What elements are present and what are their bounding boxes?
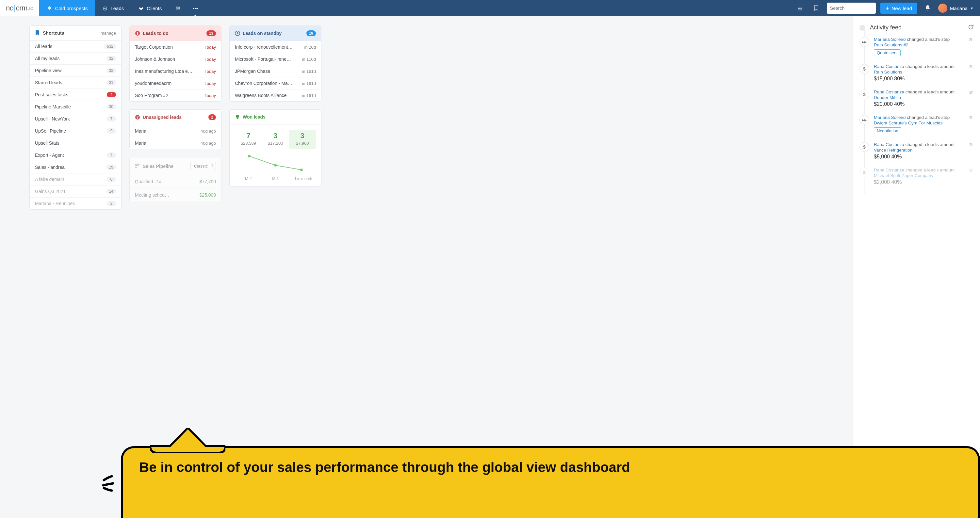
shortcut-item[interactable]: Post-sales tasks4 [30,89,121,101]
list-item[interactable]: Maria40d ago [130,125,221,137]
logo-part: no [6,4,13,13]
pipeline-select[interactable]: Classic ⇅ [191,162,216,170]
list-item[interactable]: Maria40d ago [130,137,221,149]
new-lead-button[interactable]: + New lead [880,3,917,14]
bookmark-button[interactable] [810,2,822,14]
feed-body: Rana Costanza changed a lead's amountMic… [874,168,965,185]
tab-cold-prospects[interactable]: ❄ Cold prospects [39,0,95,16]
list-item[interactable]: Walgreens Boots Alliancein 161d [230,89,321,101]
tab-mail[interactable]: ✉ [169,0,186,16]
shortcut-item[interactable]: Export - Agent7 [30,149,121,161]
shortcut-item[interactable]: Starred leads31 [30,77,121,89]
shortcut-item[interactable]: Upsell - NewYork7 [30,113,121,125]
shortcut-item[interactable]: Upsell Stats [30,137,121,149]
won-labels: M-2M-1This month [235,176,316,181]
feed-lead-link[interactable]: Rain Solutions [874,70,965,75]
user-menu[interactable]: Mariana ▼ [938,3,974,13]
user-name: Mariana [950,6,967,11]
forward-icon: ▸▸ [859,37,869,47]
bars-icon [135,164,140,169]
count-pill: 32 [107,56,116,61]
feed-item[interactable]: $Rana Costanza changed a lead's amountRa… [859,64,974,82]
leads-todo-card: Leads to do 13 Target CorporationTodayJo… [129,25,221,102]
notifications-button[interactable] [922,2,934,14]
dollar-icon: $ [859,89,869,99]
item-label: Walgreens Boots Alliance [235,93,286,98]
item-meta: 40d ago [200,129,216,133]
tab-clients[interactable]: Clients [131,0,169,16]
shortcut-item[interactable]: A faire demain0 [30,173,121,186]
feed-lead-link[interactable]: Vance Refrigeration [874,148,965,153]
dollar-icon: $ [859,142,869,152]
shortcut-label: Sales - andrea [35,165,65,170]
list-item[interactable]: Johnson & JohnsonToday [130,53,221,65]
feed-lead-link[interactable]: Dunder Mifflin [874,95,965,100]
shortcut-item[interactable]: Gains Q3 202114 [30,186,121,198]
feed-lead-link[interactable]: Michael Scott Paper Company [874,173,965,178]
list-item[interactable]: Chevron Corporation - Mad…in 161d [230,78,321,89]
goals-button[interactable]: ◎ [794,2,806,14]
avatar [938,3,947,13]
list-item[interactable]: Target CorporationToday [130,41,221,53]
shortcut-item[interactable]: Sales - andrea19 [30,161,121,173]
feed-time: 3h [969,65,974,69]
feed-time: 3h [969,168,974,173]
feed-item[interactable]: $Rana Costanza changed a lead's amountMi… [859,168,974,185]
select-value: Classic [194,164,208,168]
manage-link[interactable]: manage [100,31,116,36]
forward-icon: ▸▸ [859,115,869,125]
count-pill: 32 [107,68,116,73]
feed-item[interactable]: ▸▸Mariana Solleiro changed a lead's step… [859,37,974,56]
logo[interactable]: no|crm.io [0,0,39,16]
won-columns: 7$28,5893$17,2003$7,960 [235,130,316,149]
feed-time: 3h [969,116,974,120]
shortcut-item[interactable]: Mariana - Reunioes2 [30,198,121,209]
search-box[interactable] [827,3,876,14]
shortcut-label: Pipeline view [35,68,62,73]
feed-lead-link[interactable]: Rain Solutions #2 [874,43,965,48]
search-input[interactable] [830,6,887,11]
card-header: ? Unassigned leads 2 [130,110,221,125]
shortcut-label: Gains Q3 2021 [35,189,66,194]
list-item[interactable]: Info corp - renouvellement …in 20d [230,41,321,53]
feed-item[interactable]: $Rana Costanza changed a lead's amountVa… [859,142,974,160]
card-title-text: Shortcuts [43,30,64,36]
trophy-icon [235,114,240,119]
shortcut-label: All my leads [35,56,59,61]
tab-more[interactable]: ••• [186,0,204,16]
shortcut-item[interactable]: Pipeline Marseille30 [30,101,121,113]
plus-icon: + [886,5,889,12]
tab-leads[interactable]: ◎ Leads [95,0,131,16]
list-item[interactable]: Microsoft - Portugal- rene…in 110d [230,53,321,65]
feed-item[interactable]: $Rana Costanza changed a lead's amountDu… [859,89,974,107]
count-pill: 7 [107,116,116,121]
list-item[interactable]: Ines manufacturing Ltda ex…Today [130,65,221,78]
item-meta: 40d ago [200,141,216,146]
logo-separator: | [14,4,15,13]
count-pill: 9 [107,128,116,133]
logo-part: .io [28,5,33,12]
won-column: 3$17,200 [262,130,289,149]
shortcut-item[interactable]: Pipeline view32 [30,65,121,77]
item-label: Ines manufacturing Ltda ex… [135,68,194,74]
list-item[interactable]: JPMorgan Chasein 161d [230,65,321,78]
count-pill: 4 [107,92,116,97]
svg-text:?: ? [137,115,139,119]
feed-item[interactable]: ▸▸Mariana Solleiro changed a lead's step… [859,115,974,134]
shortcut-item[interactable]: UpSell Pipeline9 [30,125,121,137]
shortcut-item[interactable]: All leads632 [30,40,121,52]
list-item[interactable]: youdontneedacrmToday [130,78,221,89]
feed-text: Rana Costanza changed a lead's amount [874,142,965,147]
pipeline-row[interactable]: Qualified 34$77,700 [130,175,221,189]
shortcut-item[interactable]: All my leads32 [30,52,121,65]
dashboard-main: Shortcuts manage All leads632All my lead… [0,16,853,518]
tab-label: Cold prospects [55,6,88,11]
feed-title: Activity feed [870,24,964,31]
card-header: Leads to do 13 [130,26,221,41]
refresh-icon[interactable] [968,24,974,31]
feed-lead-link[interactable]: Dwight Schrute's Gym For Muscles [874,121,965,126]
shortcut-label: Upsell Stats [35,140,59,146]
item-label: JPMorgan Chase [235,68,270,74]
list-item[interactable]: Soo Program #2Today [130,89,221,101]
pipeline-row[interactable]: Meeting sched…$25,000 [130,189,221,202]
